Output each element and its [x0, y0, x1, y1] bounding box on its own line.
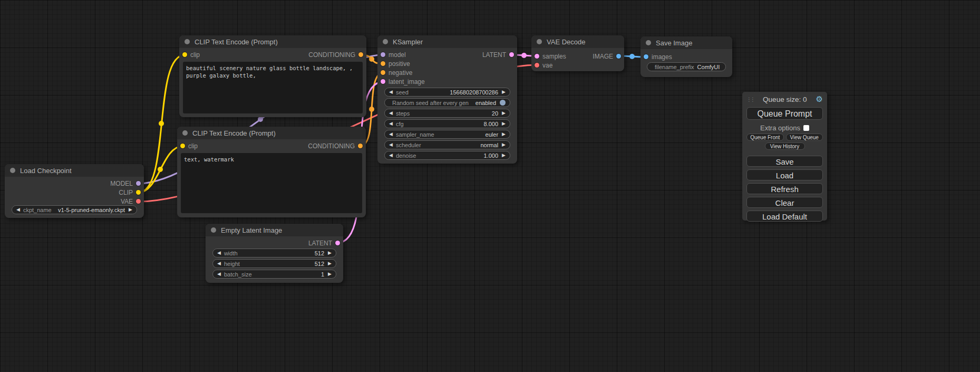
increment-arrow-icon[interactable]: ▶	[502, 90, 506, 94]
input-latent-image[interactable]: latent_image	[381, 77, 425, 86]
batch-size-widget[interactable]: ◀ batch_size 1 ▶	[212, 270, 336, 279]
node-load-checkpoint[interactable]: Load Checkpoint MODEL CLIP VAE ◀ ckpt_na…	[5, 164, 144, 218]
decrement-arrow-icon[interactable]: ◀	[217, 251, 221, 255]
extra-options-checkbox[interactable]	[803, 125, 809, 131]
load-default-button[interactable]: Load Default	[746, 211, 823, 222]
prompt-textarea[interactable]: beautiful scenery nature glass bottle la…	[183, 62, 363, 113]
image-port-dot[interactable]	[644, 54, 648, 59]
latent-port-dot[interactable]	[509, 52, 514, 57]
conditioning-port-dot[interactable]	[381, 70, 385, 75]
model-port-dot[interactable]	[136, 181, 141, 186]
clear-button[interactable]: Clear	[746, 197, 823, 208]
input-samples[interactable]: samples	[535, 52, 566, 61]
node-title-bar[interactable]: KSampler	[377, 35, 517, 48]
output-vae[interactable]: VAE	[121, 197, 141, 206]
toggle-enabled-icon[interactable]	[500, 100, 506, 106]
increment-arrow-icon[interactable]: ▶	[502, 132, 506, 137]
drag-handle-icon[interactable]: ⋮⋮	[746, 97, 754, 102]
filename-prefix-widget[interactable]: filename_prefix ComfyUI	[647, 62, 726, 71]
node-clip-text-encode-positive[interactable]: CLIP Text Encode (Prompt) clip CONDITION…	[179, 35, 366, 117]
view-queue-button[interactable]: View Queue	[786, 133, 823, 141]
input-positive[interactable]: positive	[381, 59, 410, 68]
scheduler-widget[interactable]: ◀ scheduler normal ▶	[384, 140, 510, 149]
decrement-arrow-icon[interactable]: ◀	[217, 272, 221, 276]
save-button[interactable]: Save	[746, 156, 823, 167]
collapse-dot-icon[interactable]	[537, 39, 542, 44]
output-image[interactable]: IMAGE	[593, 52, 621, 61]
increment-arrow-icon[interactable]: ▶	[502, 153, 506, 158]
refresh-button[interactable]: Refresh	[746, 183, 823, 194]
input-clip[interactable]: clip	[182, 50, 200, 59]
increment-arrow-icon[interactable]: ▶	[502, 111, 506, 116]
input-clip[interactable]: clip	[180, 141, 198, 150]
node-vae-decode[interactable]: VAE Decode samples vae IMAGE	[531, 35, 624, 71]
load-button[interactable]: Load	[746, 169, 823, 180]
collapse-dot-icon[interactable]	[182, 130, 188, 136]
decrement-arrow-icon[interactable]: ◀	[389, 153, 393, 158]
increment-arrow-icon[interactable]: ▶	[502, 121, 506, 126]
output-conditioning[interactable]: CONDITIONING	[308, 141, 363, 150]
increment-arrow-icon[interactable]: ▶	[502, 142, 506, 147]
input-images[interactable]: images	[644, 52, 672, 61]
seed-widget[interactable]: ◀ seed 156680208700286 ▶	[384, 88, 510, 97]
image-port-dot[interactable]	[616, 54, 621, 59]
decrement-arrow-icon[interactable]: ◀	[16, 207, 20, 212]
output-latent[interactable]: LATENT	[482, 50, 514, 59]
input-vae[interactable]: vae	[535, 61, 552, 70]
decrement-arrow-icon[interactable]: ◀	[389, 111, 393, 116]
node-clip-text-encode-negative[interactable]: CLIP Text Encode (Prompt) clip CONDITION…	[177, 127, 366, 217]
view-history-button[interactable]: View History	[765, 142, 805, 150]
vae-port-dot[interactable]	[136, 199, 141, 204]
node-title-bar[interactable]: CLIP Text Encode (Prompt)	[179, 35, 366, 48]
latent-port-dot[interactable]	[535, 54, 539, 59]
output-model[interactable]: MODEL	[110, 179, 141, 188]
random-seed-widget[interactable]: Random seed after every gen enabled	[384, 98, 510, 107]
decrement-arrow-icon[interactable]: ◀	[217, 261, 221, 266]
steps-widget[interactable]: ◀ steps 20 ▶	[384, 109, 510, 118]
queue-front-button[interactable]: Queue Front	[746, 133, 784, 141]
clip-port-dot[interactable]	[180, 144, 185, 148]
node-empty-latent-image[interactable]: Empty Latent Image LATENT ◀ width 512 ▶ …	[206, 224, 343, 283]
node-title-bar[interactable]: CLIP Text Encode (Prompt)	[177, 127, 366, 139]
clip-port-dot[interactable]	[136, 190, 141, 195]
conditioning-port-dot[interactable]	[358, 144, 363, 148]
input-negative[interactable]: negative	[381, 68, 412, 77]
decrement-arrow-icon[interactable]: ◀	[389, 121, 393, 126]
node-title-bar[interactable]: Load Checkpoint	[5, 164, 144, 177]
output-latent[interactable]: LATENT	[308, 239, 340, 247]
decrement-arrow-icon[interactable]: ◀	[389, 90, 393, 94]
increment-arrow-icon[interactable]: ▶	[328, 251, 332, 255]
prompt-textarea[interactable]: text, watermark	[181, 153, 362, 213]
height-widget[interactable]: ◀ height 512 ▶	[212, 259, 336, 268]
denoise-widget[interactable]: ◀ denoise 1.000 ▶	[384, 151, 510, 160]
collapse-dot-icon[interactable]	[185, 39, 190, 44]
cfg-widget[interactable]: ◀ cfg 8.000 ▶	[384, 119, 510, 128]
queue-prompt-button[interactable]: Queue Prompt	[746, 107, 823, 120]
collapse-dot-icon[interactable]	[10, 168, 15, 173]
node-ksampler[interactable]: KSampler model positive negative latent_…	[377, 35, 517, 164]
collapse-dot-icon[interactable]	[211, 227, 216, 233]
sampler-name-widget[interactable]: ◀ sampler_name euler ▶	[384, 130, 510, 139]
clip-port-dot[interactable]	[182, 52, 187, 57]
decrement-arrow-icon[interactable]: ◀	[389, 142, 393, 147]
width-widget[interactable]: ◀ width 512 ▶	[212, 249, 336, 257]
graph-canvas[interactable]: Load Checkpoint MODEL CLIP VAE ◀ ckpt_na…	[0, 0, 980, 372]
conditioning-port-dot[interactable]	[358, 52, 363, 57]
node-title-bar[interactable]: VAE Decode	[531, 35, 624, 48]
node-title-bar[interactable]: Empty Latent Image	[206, 224, 343, 236]
decrement-arrow-icon[interactable]: ◀	[389, 132, 393, 137]
output-conditioning[interactable]: CONDITIONING	[308, 50, 363, 59]
latent-port-dot[interactable]	[381, 79, 385, 84]
increment-arrow-icon[interactable]: ▶	[328, 261, 332, 266]
increment-arrow-icon[interactable]: ▶	[328, 272, 332, 276]
node-save-image[interactable]: Save Image images filename_prefix ComfyU…	[641, 36, 732, 77]
increment-arrow-icon[interactable]: ▶	[129, 207, 132, 212]
ckpt-name-widget[interactable]: ◀ ckpt_name v1-5-pruned-emaonly.ckpt ▶	[12, 205, 137, 214]
output-clip[interactable]: CLIP	[119, 188, 141, 197]
input-model[interactable]: model	[381, 50, 406, 59]
model-port-dot[interactable]	[381, 52, 385, 57]
conditioning-port-dot[interactable]	[381, 61, 385, 66]
node-title-bar[interactable]: Save Image	[641, 36, 732, 49]
latent-port-dot[interactable]	[335, 241, 340, 245]
collapse-dot-icon[interactable]	[383, 39, 388, 44]
